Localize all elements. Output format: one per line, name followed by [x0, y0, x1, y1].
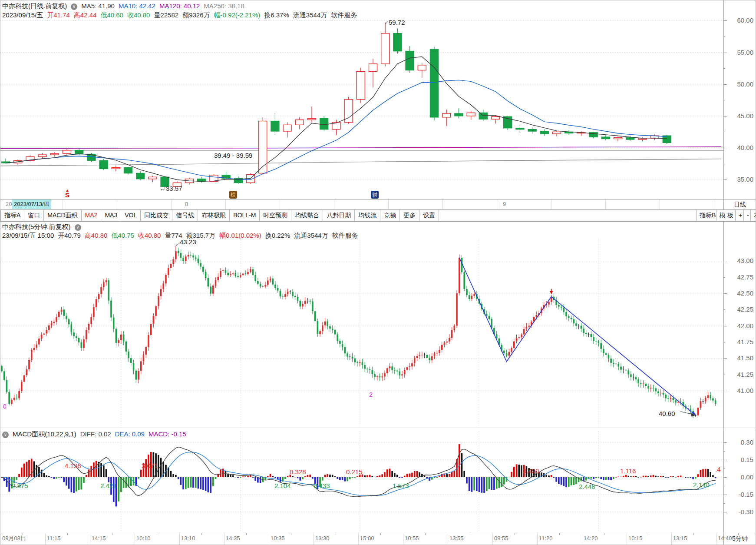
toolbar-tab-均线黏合[interactable]: 均线黏合: [291, 210, 323, 221]
axis-tick: [723, 477, 727, 478]
collapse-chevron-icon[interactable]: ∨: [2, 432, 9, 438]
toolbar-tab-均线流[interactable]: 均线流: [355, 210, 380, 221]
quote-field: 软件服务: [332, 232, 358, 239]
axis-tick-label: 35.00: [726, 176, 753, 183]
quote-field: 换0.22%: [265, 232, 291, 239]
axis-tick-label: 41.50: [726, 355, 753, 362]
time-grid-separator: [179, 533, 180, 545]
time-tick-label: 14:20: [584, 533, 598, 544]
time-tick-label: 09:55: [494, 533, 508, 544]
axis-tick-label: 43.00: [726, 257, 753, 264]
axis-tick: [723, 495, 727, 495]
time-grid-separator: [448, 533, 448, 545]
intraday-chart-title: 中亦科技(5分钟.前复权): [2, 223, 71, 230]
quote-field: 开41.74: [47, 11, 70, 19]
axis-tick: [723, 358, 727, 359]
time-grid-separator: [135, 533, 135, 545]
time-grid-separator: [358, 533, 359, 545]
toolbar-tab-窗口[interactable]: 窗口: [24, 210, 44, 221]
time-grid-separator: [224, 533, 224, 545]
quote-field: 高42.44: [74, 11, 97, 19]
panel-divider: [0, 199, 756, 199]
quote-field: 幅0.01(0.02%): [219, 232, 261, 239]
date-grid-separator: [442, 199, 443, 209]
intraday-chart-canvas[interactable]: [0, 222, 723, 428]
collapse-chevron-icon[interactable]: ∨: [75, 224, 81, 231]
quote-field: 流通3544万: [294, 232, 328, 239]
toolbar-tab-更多[interactable]: 更多: [400, 210, 419, 221]
macd-chart-canvas[interactable]: [0, 428, 723, 533]
toolbar-tab-时空预测[interactable]: 时空预测: [260, 210, 291, 221]
time-tick-label: 10:55: [405, 533, 419, 544]
quote-field: 开40.79: [58, 232, 81, 239]
axis-tick-label: 41.00: [726, 387, 753, 394]
panel-divider: [0, 221, 756, 222]
toolbar-tool-Z[interactable]: Z: [750, 210, 756, 221]
daily-chart-title: 中亦科技(日线.前复权): [2, 2, 67, 10]
axis-border: [723, 0, 724, 209]
date-grid-separator: [171, 199, 172, 209]
time-tick-label: 14:35: [226, 533, 240, 544]
toolbar-tab-指标A[interactable]: 指标A: [0, 210, 24, 221]
time-grid-separator: [492, 533, 493, 545]
macd-values: DIFF: 0.02DEA: 0.09MACD: -0.15: [80, 430, 190, 438]
macd-area-value: 2.104: [274, 482, 291, 489]
toolbar-tab-信号线[interactable]: 信号线: [172, 210, 198, 221]
axis-tick-label: -0.15: [726, 491, 753, 498]
toolbar-tab-八卦日期[interactable]: 八卦日期: [323, 210, 355, 221]
axis-tick: [723, 391, 727, 391]
quote-field: MA10: 42.42: [119, 2, 155, 10]
quote-field: 收40.80: [127, 11, 150, 19]
intraday-low-label: 40.60: [659, 410, 675, 417]
axis-tick: [723, 84, 727, 85]
toolbar-tab-设置[interactable]: 设置: [419, 210, 439, 221]
date-grid-separator: [605, 199, 606, 209]
daily-chart-canvas[interactable]: [0, 0, 723, 199]
axis-tick-label: 42.75: [726, 274, 753, 281]
toolbar-tab-布林极限[interactable]: 布林极限: [198, 210, 230, 221]
axis-tick-label: 45.00: [726, 113, 753, 120]
collapse-chevron-icon[interactable]: ∨: [71, 3, 77, 10]
quote-field: DEA: 0.09: [115, 430, 145, 438]
finance-badge[interactable]: 财: [371, 191, 379, 199]
date-grid-separator: [334, 199, 334, 209]
date-grid-separator: [551, 199, 551, 209]
toolbar-tab-VOL[interactable]: VOL: [121, 210, 141, 221]
time-axis-row: 09月08日11:1514:1510:1013:1014:3510:3513:3…: [0, 533, 756, 545]
signal-s-marker: ▲ S: [64, 189, 71, 198]
toolbar-tab-MACD面积[interactable]: MACD面积: [44, 210, 81, 221]
date-grid-separator: [117, 199, 117, 209]
quote-field: 高40.80: [85, 232, 108, 239]
panel-divider: [0, 428, 756, 428]
macd-area-value: 2.421: [100, 482, 117, 489]
axis-tick-label: 42.25: [726, 306, 753, 313]
quote-field: MA5: 41.90: [81, 2, 115, 10]
toolbar-tool-模 板[interactable]: 模 板: [716, 210, 736, 221]
axis-tick-label: 60.00: [726, 17, 753, 24]
macd-area-value: 0.215: [346, 468, 363, 475]
rank-badge[interactable]: 榜: [229, 191, 237, 199]
indicator-toolbar: 指标A窗口MACD面积MA2MA3VOL同比成交信号线布林极限BOLL-M时空预…: [0, 210, 756, 221]
time-grid-separator: [627, 533, 627, 545]
axis-border: [723, 221, 724, 545]
month-tick-8: 8: [185, 199, 188, 209]
axis-tick-label: 50.00: [726, 81, 753, 88]
toolbar-tab-MA2[interactable]: MA2: [82, 210, 102, 221]
month-tick-9: 9: [503, 199, 506, 209]
date-grid-separator: [714, 199, 714, 209]
macd-area-value: 4.136: [65, 462, 81, 469]
quote-field: 量22582: [154, 11, 178, 19]
axis-tick: [723, 261, 727, 261]
axis-tick-label: 41.25: [726, 371, 753, 378]
quote-field: 额315.7万: [186, 232, 215, 239]
intraday-quote-info: 23/09/15/五 15:00开40.79高40.80低40.75收40.80…: [2, 231, 362, 240]
toolbar-tab-BOLL-M[interactable]: BOLL-M: [230, 210, 260, 221]
toolbar-tab-同比成交[interactable]: 同比成交: [141, 210, 172, 221]
toolbar-tab-MA3[interactable]: MA3: [101, 210, 121, 221]
quote-field: 换6.37%: [264, 11, 289, 19]
quote-field: 低40.75: [111, 232, 134, 239]
macd-header-line: ∨MACD面积(10,22,9,1)DIFF: 0.02DEA: 0.09MAC…: [2, 430, 194, 439]
toolbar-tool-指标B[interactable]: 指标B: [696, 210, 719, 221]
toolbar-tab-竞额[interactable]: 竞额: [380, 210, 400, 221]
panel-divider: [0, 209, 756, 210]
